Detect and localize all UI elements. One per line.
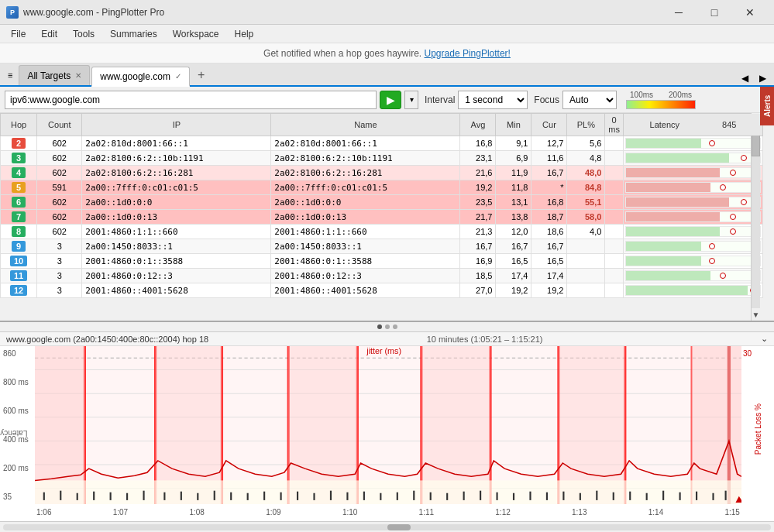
target-input[interactable] bbox=[5, 91, 377, 109]
hop-0ms bbox=[605, 283, 624, 298]
close-button[interactable]: ✕ bbox=[732, 0, 768, 25]
table-row[interactable]: 10 3 2001:4860:0:1::3588 2001:4860:0:1::… bbox=[1, 254, 763, 269]
hop-cur: 18,6 bbox=[531, 225, 567, 239]
scroll-indicator bbox=[0, 322, 774, 331]
hop-min: 17,4 bbox=[496, 269, 531, 283]
svg-rect-35 bbox=[163, 493, 165, 500]
col-hop: Hop bbox=[1, 114, 37, 136]
tab-google[interactable]: www.google.com ✓ bbox=[91, 67, 190, 87]
hop-number: 2 bbox=[1, 136, 37, 151]
minimize-button[interactable]: ─ bbox=[661, 0, 697, 25]
table-row[interactable]: 12 3 2001:4860::4001:5628 2001:4860::400… bbox=[1, 283, 763, 298]
hop-avg: 18,5 bbox=[460, 269, 496, 283]
svg-rect-55 bbox=[496, 493, 497, 500]
table-row[interactable]: 7 602 2a00::1d0:0:13 2a00::1d0:0:13 21,7… bbox=[1, 210, 763, 225]
hop-ip: 2001:4860:0:1::3588 bbox=[82, 254, 271, 269]
focus-select[interactable]: Auto bbox=[562, 91, 617, 109]
graph-expand-icon[interactable]: ⌄ bbox=[761, 334, 768, 344]
table-row[interactable]: 3 602 2a02:8100:6:2::10b:1191 2a02:8100:… bbox=[1, 151, 763, 166]
hop-latency-bar bbox=[624, 210, 763, 225]
table-row[interactable]: 2 602 2a02:810d:8001:66::1 2a02:810d:800… bbox=[1, 136, 763, 151]
hop-number: 12 bbox=[1, 283, 37, 298]
menu-workspace[interactable]: Workspace bbox=[165, 27, 227, 41]
svg-rect-65 bbox=[662, 491, 664, 500]
hop-latency-bar bbox=[624, 136, 763, 151]
svg-rect-46 bbox=[346, 493, 348, 500]
table-row[interactable]: 4 602 2a02:8100:6:2::16:281 2a02:8100:6:… bbox=[1, 166, 763, 180]
hop-number: 6 bbox=[1, 195, 37, 210]
scroll-thumb[interactable] bbox=[752, 133, 760, 156]
col-ip: IP bbox=[82, 114, 271, 136]
hop-min: 13,8 bbox=[496, 210, 531, 225]
alerts-button[interactable]: Alerts bbox=[760, 87, 774, 125]
hop-latency-bar bbox=[624, 180, 763, 195]
table-scroll-area[interactable]: Hop Count IP Name Avg Min Cur PL% 0 ms L… bbox=[0, 113, 774, 321]
hop-badge: 7 bbox=[12, 211, 26, 222]
hop-min: 6,9 bbox=[496, 151, 531, 166]
menu-tools[interactable]: Tools bbox=[65, 27, 102, 41]
horizontal-scroll-thumb[interactable] bbox=[387, 524, 411, 530]
notification-bar: Get notified when a hop goes haywire. Up… bbox=[0, 43, 774, 63]
svg-rect-28 bbox=[43, 493, 45, 500]
svg-rect-39 bbox=[230, 493, 232, 500]
hop-pl bbox=[567, 269, 605, 283]
hop-ip: 2a02:8100:6:2::10b:1191 bbox=[82, 151, 271, 166]
svg-rect-66 bbox=[679, 493, 681, 500]
main-content: Hop Count IP Name Avg Min Cur PL% 0 ms L… bbox=[0, 113, 774, 532]
tab-menu-icon[interactable]: ≡ bbox=[3, 65, 17, 85]
all-targets-close[interactable]: ✕ bbox=[75, 71, 81, 80]
svg-rect-38 bbox=[214, 491, 215, 500]
svg-rect-67 bbox=[696, 492, 697, 500]
right-label-30: 30 bbox=[743, 349, 772, 358]
hop-name: 2001:4860:1:1::660 bbox=[271, 225, 460, 239]
col-count: Count bbox=[37, 114, 82, 136]
maximize-button[interactable]: □ bbox=[697, 0, 732, 25]
hop-ip: 2a00::7fff:0:c01:c01:5 bbox=[82, 180, 271, 195]
horizontal-scroll-track[interactable] bbox=[3, 524, 771, 530]
hop-min: 9,1 bbox=[496, 136, 531, 151]
col-pl: PL% bbox=[567, 114, 605, 136]
window-controls: ─ □ ✕ bbox=[661, 0, 768, 25]
google-tab-check[interactable]: ✓ bbox=[175, 72, 181, 81]
tab-next-button[interactable]: ▶ bbox=[755, 71, 771, 85]
table-scrollbar[interactable]: ▲ ▼ bbox=[751, 113, 760, 321]
play-dropdown[interactable]: ▾ bbox=[404, 91, 418, 109]
hop-number: 8 bbox=[1, 225, 37, 239]
menu-summaries[interactable]: Summaries bbox=[102, 27, 165, 41]
add-tab-button[interactable]: + bbox=[191, 65, 211, 85]
tab-all-targets[interactable]: All Targets ✕ bbox=[19, 65, 90, 85]
y-label-35: 35 bbox=[3, 493, 32, 501]
svg-rect-62 bbox=[613, 493, 614, 500]
svg-rect-56 bbox=[513, 493, 514, 500]
hop-avg: 21,3 bbox=[460, 225, 496, 239]
tab-prev-button[interactable]: ◀ bbox=[737, 71, 753, 85]
play-button[interactable]: ▶ bbox=[380, 91, 401, 109]
upgrade-link[interactable]: Upgrade PingPlotter! bbox=[425, 48, 511, 59]
svg-rect-45 bbox=[330, 491, 332, 500]
table-row[interactable]: 6 602 2a00::1d0:0:0 2a00::1d0:0:0 23,5 1… bbox=[1, 195, 763, 210]
scroll-down-button[interactable]: ▼ bbox=[752, 308, 760, 321]
table-row[interactable]: 8 602 2001:4860:1:1::660 2001:4860:1:1::… bbox=[1, 225, 763, 239]
hop-cur: 19,2 bbox=[531, 283, 567, 298]
x-label-110: 1:10 bbox=[342, 508, 357, 517]
hop-0ms bbox=[605, 210, 624, 225]
table-row[interactable]: 9 3 2a00:1450:8033::1 2a00:1450:8033::1 … bbox=[1, 239, 763, 254]
hop-number: 9 bbox=[1, 239, 37, 254]
menu-edit[interactable]: Edit bbox=[33, 27, 65, 41]
table-row[interactable]: 5 591 2a00::7fff:0:c01:c01:5 2a00::7fff:… bbox=[1, 180, 763, 195]
x-label-107: 1:07 bbox=[113, 508, 128, 517]
hop-name: 2001:4860:0:12::3 bbox=[271, 269, 460, 283]
col-0ms: 0 ms bbox=[605, 114, 624, 136]
hop-cur: * bbox=[531, 180, 567, 195]
hop-avg: 23,1 bbox=[460, 151, 496, 166]
hop-number: 5 bbox=[1, 180, 37, 195]
svg-rect-59 bbox=[562, 492, 564, 500]
menu-help[interactable]: Help bbox=[227, 27, 262, 41]
hop-count: 602 bbox=[37, 225, 82, 239]
svg-rect-43 bbox=[297, 492, 298, 500]
app-icon: P bbox=[6, 6, 19, 19]
svg-rect-52 bbox=[446, 493, 448, 500]
menu-file[interactable]: File bbox=[3, 27, 33, 41]
interval-select[interactable]: 1 second bbox=[458, 91, 528, 109]
table-row[interactable]: 11 3 2001:4860:0:12::3 2001:4860:0:12::3… bbox=[1, 269, 763, 283]
